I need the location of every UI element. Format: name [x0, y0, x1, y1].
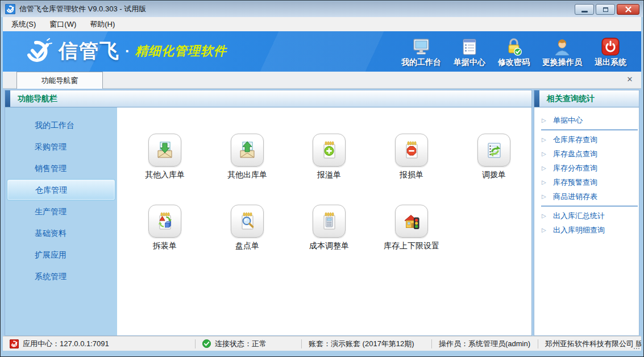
- doc-other-inbound[interactable]: 其他入库单: [128, 134, 202, 180]
- workbench-monitor-icon: [411, 36, 431, 56]
- doc-transfer[interactable]: 调拨单: [457, 134, 531, 180]
- overflow-note-plus-icon: [313, 134, 346, 167]
- other-inbound-envelope-icon: [148, 134, 181, 167]
- query-item-distribution-query[interactable]: ▷ 库存分布查询: [534, 161, 639, 175]
- menubar: 系统(S) 窗口(W) 帮助(H): [3, 17, 641, 31]
- connection-ok-icon: [202, 339, 211, 348]
- query-item-product-flow-table[interactable]: ▷ 商品进销存表: [534, 189, 639, 204]
- tab-close-icon[interactable]: ✕: [625, 75, 634, 84]
- tabstrip: 功能导航窗 ✕: [3, 72, 641, 89]
- banner-toolbar: 我的工作台 单据中心: [401, 36, 626, 68]
- toolbar-exit-system-button[interactable]: 退出系统: [595, 36, 626, 68]
- doc-stocktake[interactable]: 盘点单: [210, 205, 284, 251]
- toolbar-label: 我的工作台: [401, 57, 441, 68]
- query-item-warning-query[interactable]: ▷ 库存预警查询: [534, 175, 639, 189]
- cost-adjust-calculator-icon: [313, 205, 346, 238]
- status-account: 账套：演示账套 (2017年第12期): [302, 339, 431, 349]
- sidebar-item-my-workbench[interactable]: 我的工作台: [5, 114, 117, 136]
- maximize-icon: [603, 7, 608, 12]
- window-title: 信管飞仓库管理软件 V9.0.303 - 试用版: [19, 4, 146, 14]
- stocktake-magnifier-icon: [231, 205, 264, 238]
- status-connection: 连接状态：正常: [196, 339, 301, 349]
- sidebar-item-warehouse[interactable]: 仓库管理: [7, 179, 115, 201]
- brand-name: 信管飞: [59, 38, 120, 64]
- query-item-stocktake-query[interactable]: ▷ 库存盘点查询: [534, 147, 639, 161]
- toolbar-label: 退出系统: [595, 57, 626, 68]
- query-panel-title: 相关查询统计: [547, 94, 595, 104]
- doc-other-outbound[interactable]: 其他出库单: [210, 134, 284, 180]
- doc-label: 调拨单: [457, 170, 531, 180]
- toolbar-change-password-button[interactable]: 修改密码: [498, 36, 530, 68]
- toolbar-switch-operator-button[interactable]: 更换操作员: [542, 36, 582, 68]
- close-button[interactable]: [617, 4, 639, 15]
- menu-system[interactable]: 系统(S): [6, 18, 41, 31]
- triangle-bullet-icon: ▷: [542, 227, 549, 233]
- doc-label: 报溢单: [292, 170, 366, 180]
- triangle-bullet-icon: ▷: [542, 117, 549, 123]
- doc-overflow[interactable]: 报溢单: [292, 134, 366, 180]
- menu-help[interactable]: 帮助(H): [85, 18, 120, 31]
- menu-window[interactable]: 窗口(W): [44, 18, 81, 31]
- query-panel: 相关查询统计 ▷ 单据中心 ▷ 仓库库存查询 ▷ 库存盘点查询 ▷: [534, 90, 639, 336]
- triangle-bullet-icon: ▷: [542, 136, 549, 143]
- minimize-button[interactable]: [575, 4, 594, 15]
- stock-limit-house-icon: [395, 205, 428, 238]
- doc-cost-adjust[interactable]: 成本调整单: [292, 205, 366, 251]
- sidebar-item-sales[interactable]: 销售管理: [5, 157, 117, 179]
- query-divider: [541, 206, 638, 206]
- sidebar-item-system[interactable]: 系统管理: [5, 265, 117, 287]
- toolbar-label: 修改密码: [498, 57, 530, 68]
- brand-area: 信管飞 · 精细化管理软件: [23, 38, 227, 64]
- query-item-warehouse-stock[interactable]: ▷ 仓库库存查询: [534, 132, 639, 147]
- toolbar-label: 单据中心: [454, 57, 485, 68]
- sidebar-item-production[interactable]: 生产管理: [5, 201, 117, 222]
- sidebar: 我的工作台 采购管理 销售管理 仓库管理 生产管理 基础资料 扩展应用 系统管理: [5, 107, 117, 335]
- password-lock-icon: [504, 36, 524, 56]
- doc-label: 其他出库单: [210, 170, 284, 180]
- query-panel-header: 相关查询统计: [534, 90, 639, 107]
- toolbar-my-workbench-button[interactable]: 我的工作台: [401, 36, 441, 68]
- toolbar-label: 更换操作员: [542, 57, 582, 68]
- content-area: 功能导航栏 我的工作台 采购管理 销售管理 仓库管理 生产管理 基础资料 扩展应…: [3, 89, 641, 337]
- nav-panel-title: 功能导航栏: [18, 94, 57, 104]
- transfer-note-icon: [477, 134, 510, 167]
- close-icon: [625, 6, 631, 13]
- query-item-document-center[interactable]: ▷ 单据中心: [534, 113, 639, 127]
- main-icon-area: 其他入库单 其他出库单: [117, 107, 531, 335]
- banner: 信管飞 · 精细化管理软件 我的工作台: [3, 31, 641, 72]
- titlebar: 信管飞仓库管理软件 V9.0.303 - 试用版: [1, 1, 643, 17]
- doc-label: 盘点单: [210, 241, 284, 251]
- window-controls: [575, 4, 639, 15]
- status-app-center: 应用中心：127.0.0.1:7091: [3, 339, 195, 349]
- toolbar-document-center-button[interactable]: 单据中心: [454, 36, 485, 68]
- resize-grip[interactable]: [634, 343, 639, 349]
- brand-dot: ·: [125, 43, 130, 60]
- query-divider: [541, 130, 638, 130]
- doc-loss[interactable]: 报损单: [375, 134, 448, 180]
- exit-power-icon: [601, 36, 620, 56]
- doc-label: 库存上下限设置: [375, 241, 448, 251]
- triangle-bullet-icon: ▷: [542, 151, 549, 157]
- loss-note-minus-icon: [395, 134, 428, 167]
- function-nav-region: 功能导航栏 我的工作台 采购管理 销售管理 仓库管理 生产管理 基础资料 扩展应…: [5, 90, 532, 336]
- doc-stock-limit[interactable]: 库存上下限设置: [375, 205, 448, 251]
- maximize-button[interactable]: [596, 4, 615, 15]
- document-center-icon: [459, 36, 480, 56]
- sidebar-item-extensions[interactable]: 扩展应用: [5, 244, 117, 265]
- app-center-logo-icon: [10, 339, 19, 348]
- sidebar-item-purchase[interactable]: 采购管理: [5, 136, 117, 157]
- triangle-bullet-icon: ▷: [542, 179, 549, 185]
- doc-label: 其他入库单: [128, 170, 202, 180]
- minimize-icon: [581, 11, 588, 13]
- triangle-bullet-icon: ▷: [542, 165, 549, 171]
- app-window: 信管飞仓库管理软件 V9.0.303 - 试用版 系统(S) 窗口(W) 帮助(…: [0, 0, 644, 357]
- query-item-inout-summary[interactable]: ▷ 出入库汇总统计: [534, 209, 639, 223]
- brand-slogan: 精细化管理软件: [135, 43, 227, 60]
- doc-assembly[interactable]: 拆装单: [128, 205, 202, 251]
- tab-function-nav[interactable]: 功能导航窗: [16, 72, 103, 89]
- doc-label: 报损单: [375, 170, 448, 180]
- switch-operator-icon: [552, 36, 572, 56]
- query-item-inout-detail[interactable]: ▷ 出入库明细查询: [534, 223, 639, 237]
- sidebar-item-basic-data[interactable]: 基础资料: [5, 222, 117, 244]
- header-accent-bar: [534, 90, 539, 107]
